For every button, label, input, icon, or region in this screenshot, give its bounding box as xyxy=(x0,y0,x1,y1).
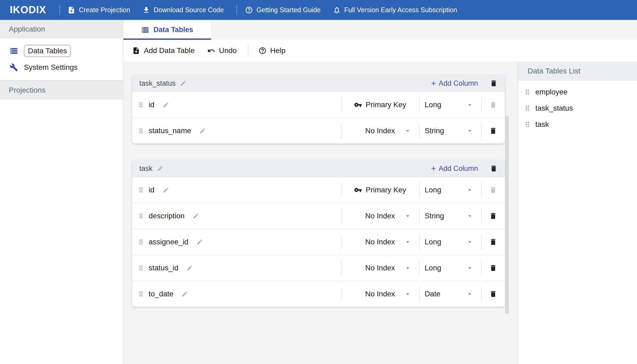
edit-column-name-icon[interactable] xyxy=(182,291,188,297)
help-label: Help xyxy=(270,46,286,55)
index-label: Primary Key xyxy=(366,101,406,109)
chevron-down-icon xyxy=(466,238,474,246)
sidebar-item-data-tables[interactable]: Data Tables xyxy=(0,43,123,59)
index-select[interactable]: No Index xyxy=(341,255,419,281)
tables-canvas: task_status + Add Column id Primary Key … xyxy=(123,62,518,364)
delete-column-icon[interactable] xyxy=(489,238,497,246)
delete-table-icon[interactable] xyxy=(490,79,498,87)
index-select[interactable]: Primary Key xyxy=(341,177,419,203)
storage-icon xyxy=(10,47,18,55)
type-select[interactable]: String xyxy=(419,118,481,144)
edit-table-name-icon[interactable] xyxy=(157,165,163,172)
drag-handle-icon[interactable] xyxy=(523,104,531,112)
index-select[interactable]: No Index xyxy=(341,203,419,229)
column-row-left: description xyxy=(132,212,341,220)
sidebar-item-label: System Settings xyxy=(24,63,78,72)
edit-column-name-icon[interactable] xyxy=(196,239,203,245)
drag-handle-icon[interactable] xyxy=(137,101,145,109)
edit-column-name-icon[interactable] xyxy=(163,102,169,108)
index-select[interactable]: Primary Key xyxy=(341,92,419,118)
chevron-down-icon xyxy=(466,101,474,109)
getting-started-guide-button[interactable]: Getting Started Guide xyxy=(245,6,321,14)
column-row-left: id xyxy=(132,101,341,109)
index-select[interactable]: No Index xyxy=(341,118,419,144)
storage-icon xyxy=(141,26,149,34)
type-select[interactable]: Long xyxy=(419,92,481,118)
app-window: IKODIX Create Projection Download Source… xyxy=(0,0,637,364)
topbar-divider xyxy=(236,5,237,15)
type-label: String xyxy=(425,212,444,220)
tab-data-tables[interactable]: Data Tables xyxy=(123,20,211,40)
drag-handle-icon[interactable] xyxy=(523,88,531,96)
chevron-down-icon xyxy=(404,212,412,220)
delete-column-cell xyxy=(481,255,505,281)
column-row-left: status_id xyxy=(132,264,341,272)
index-label: Primary Key xyxy=(366,186,406,194)
sidebar-section-projections: Projections xyxy=(0,81,123,99)
sidebar-item-label: Data Tables xyxy=(24,45,71,57)
type-label: Long xyxy=(425,101,441,109)
data-tables-list-item[interactable]: task_status xyxy=(518,100,637,116)
type-label: Long xyxy=(425,238,441,246)
chevron-down-icon xyxy=(404,238,412,246)
index-select[interactable]: No Index xyxy=(341,229,419,255)
getting-started-guide-label: Getting Started Guide xyxy=(256,6,321,14)
type-label: Long xyxy=(425,264,441,272)
sidebar-item-system-settings[interactable]: System Settings xyxy=(0,59,123,76)
delete-column-icon[interactable] xyxy=(489,290,497,298)
drag-handle-icon[interactable] xyxy=(137,127,145,135)
table-rows: id Primary Key Long status_name No Index xyxy=(132,92,505,144)
column-row-left: assignee_id xyxy=(132,238,341,246)
delete-column-cell xyxy=(481,92,505,118)
edit-column-name-icon[interactable] xyxy=(199,128,206,134)
column-row: to_date No Index Date xyxy=(132,281,505,307)
drag-handle-icon[interactable] xyxy=(137,212,145,220)
add-column-button[interactable]: + Add Column xyxy=(431,79,478,88)
edit-column-name-icon[interactable] xyxy=(163,187,169,193)
add-column-button[interactable]: + Add Column xyxy=(431,164,478,173)
list-item-label: task xyxy=(535,120,549,129)
main-area: Data Tables Add Data Table Undo Help xyxy=(123,20,637,364)
download-source-code-label: Download Source Code xyxy=(154,6,224,14)
type-select[interactable]: Long xyxy=(419,229,481,255)
help-icon xyxy=(259,47,266,55)
column-row: id Primary Key Long xyxy=(132,177,505,203)
index-label: No Index xyxy=(365,264,395,272)
type-select[interactable]: Long xyxy=(419,177,481,203)
edit-column-name-icon[interactable] xyxy=(187,265,193,271)
type-select[interactable]: Date xyxy=(419,281,481,307)
drag-handle-icon[interactable] xyxy=(523,120,531,128)
delete-column-icon[interactable] xyxy=(489,212,497,220)
help-button[interactable]: Help xyxy=(259,46,286,55)
edit-table-name-icon[interactable] xyxy=(180,80,186,86)
chevron-down-icon xyxy=(466,264,474,272)
drag-handle-icon[interactable] xyxy=(137,264,145,272)
create-projection-label: Create Projection xyxy=(79,6,130,14)
column-row: description No Index String xyxy=(132,203,505,229)
undo-button[interactable]: Undo xyxy=(207,46,237,55)
subscription-button[interactable]: Full Version Early Access Subscription xyxy=(333,6,457,14)
drag-handle-icon[interactable] xyxy=(137,290,145,298)
data-tables-list-item[interactable]: employee xyxy=(518,84,637,100)
type-label: String xyxy=(425,127,444,135)
topbar: IKODIX Create Projection Download Source… xyxy=(0,0,637,20)
create-projection-button[interactable]: Create Projection xyxy=(67,6,130,14)
add-column-label: Add Column xyxy=(438,164,478,173)
note-add-icon xyxy=(67,6,75,14)
vertical-scrollbar[interactable] xyxy=(505,115,509,314)
download-source-code-button[interactable]: Download Source Code xyxy=(142,6,224,14)
add-data-table-label: Add Data Table xyxy=(144,46,195,55)
primary-key-icon xyxy=(354,186,362,194)
edit-column-name-icon[interactable] xyxy=(193,213,199,219)
type-select[interactable]: String xyxy=(419,203,481,229)
table-name: task_status xyxy=(139,79,176,88)
data-tables-list-item[interactable]: task xyxy=(518,116,637,132)
delete-table-icon[interactable] xyxy=(490,164,498,172)
add-data-table-button[interactable]: Add Data Table xyxy=(132,46,195,55)
drag-handle-icon[interactable] xyxy=(137,186,145,194)
delete-column-icon[interactable] xyxy=(489,264,497,272)
drag-handle-icon[interactable] xyxy=(137,238,145,246)
index-select[interactable]: No Index xyxy=(341,281,419,307)
type-select[interactable]: Long xyxy=(419,255,481,281)
delete-column-icon[interactable] xyxy=(489,127,497,135)
